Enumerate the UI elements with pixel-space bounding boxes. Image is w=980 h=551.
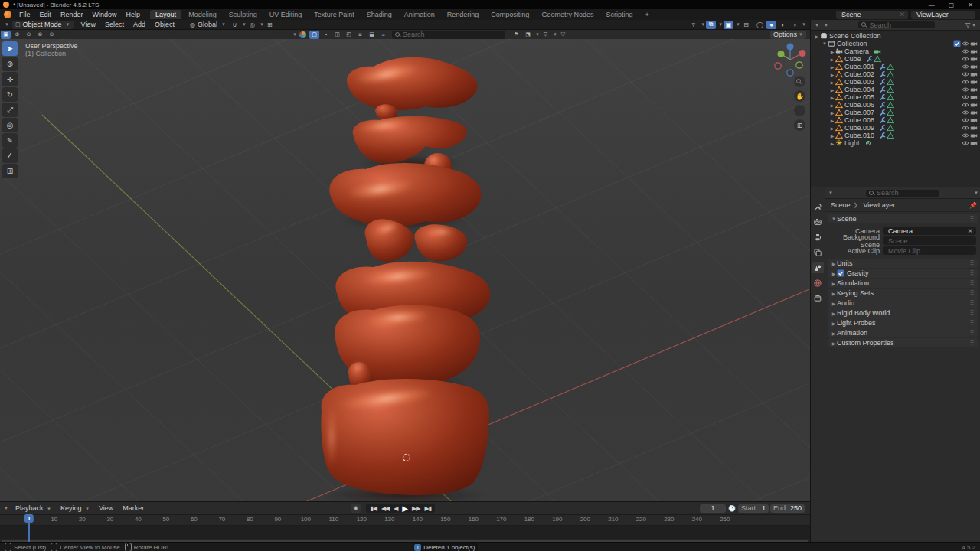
camera-vis-icon[interactable]: [970, 86, 978, 93]
view-extra-icon[interactable]: ⊞: [265, 21, 275, 29]
eye-icon[interactable]: [962, 93, 969, 101]
workspace-tab-modeling[interactable]: Modeling: [183, 10, 222, 19]
section-simulation[interactable]: ▶Simulation⠿: [828, 279, 978, 288]
menu-edit[interactable]: Edit: [35, 11, 57, 18]
timeline-menu-playback[interactable]: Playback ▼: [11, 504, 56, 512]
camera-vis-icon[interactable]: [970, 116, 978, 124]
maximize-button[interactable]: ▢: [942, 2, 962, 8]
overlays-toggle-icon[interactable]: ▣: [724, 21, 733, 29]
expander-icon[interactable]: ▶: [829, 72, 835, 77]
view-layer-selector[interactable]: ViewLayer: [911, 11, 975, 19]
close-button[interactable]: ✕: [961, 2, 980, 8]
transform-orientation-dropdown[interactable]: ◍ Global ▼: [187, 21, 229, 29]
outliner-row[interactable]: ▶Cube.003: [811, 78, 980, 86]
outliner-row[interactable]: ▶Cube.005: [811, 93, 980, 101]
outliner-row[interactable]: ▶Light: [811, 139, 980, 147]
pin-icon[interactable]: 📌: [969, 202, 977, 209]
expander-icon[interactable]: ▼: [822, 41, 828, 46]
eye-icon[interactable]: [962, 55, 969, 63]
xray-toggle-icon[interactable]: ⊟: [741, 21, 751, 29]
viewport-menu-view[interactable]: View: [77, 21, 100, 28]
filter-funnel-icon[interactable]: ▽: [541, 31, 550, 39]
tool-scale[interactable]: ⤢: [2, 103, 18, 117]
annotation-icon[interactable]: ⚑: [511, 31, 521, 39]
section-audio[interactable]: ▶Audio⠿: [828, 298, 978, 308]
tool-settings-icon-6[interactable]: ⬓: [367, 31, 377, 39]
tool-settings-icon-7[interactable]: ≡: [378, 31, 388, 39]
properties-search-input[interactable]: Search: [866, 190, 939, 197]
expander-icon[interactable]: ▶: [814, 34, 820, 39]
gravity-checkbox[interactable]: [837, 269, 844, 277]
camera-view-icon[interactable]: [794, 105, 805, 116]
menu-help[interactable]: Help: [122, 11, 145, 18]
current-frame-field[interactable]: 1: [700, 504, 726, 513]
expander-icon[interactable]: ▶: [829, 133, 835, 139]
next-keyframe-button[interactable]: ▶▶: [410, 505, 422, 512]
eye-icon[interactable]: [962, 40, 969, 47]
expander-icon[interactable]: ▶: [829, 57, 835, 62]
outliner-row[interactable]: ▶Cube.008: [811, 116, 980, 124]
tool-settings-icon-5[interactable]: ⧈: [355, 31, 365, 39]
workspace-tab-animation[interactable]: Animation: [399, 10, 440, 19]
clock-icon[interactable]: 🕐: [728, 505, 736, 512]
rock-stack[interactable]: [320, 57, 490, 501]
jump-to-end-button[interactable]: ▶▮: [422, 505, 433, 512]
tool-annotate[interactable]: ✎: [2, 133, 18, 148]
workspace-tab-geometry-nodes[interactable]: Geometry Nodes: [536, 10, 599, 19]
workspace-tab-layout[interactable]: Layout: [150, 10, 181, 19]
outliner-row[interactable]: ▶Cube.010: [811, 132, 980, 139]
eye-icon[interactable]: [962, 101, 969, 109]
snap-toggle-icon[interactable]: ∪: [230, 21, 240, 29]
camera-vis-icon[interactable]: [970, 55, 978, 63]
scene-selector[interactable]: Scene ✕: [836, 11, 908, 19]
timeline-menu-view[interactable]: View: [94, 504, 118, 512]
tool-settings-icon-1[interactable]: ▢: [309, 31, 319, 39]
proportional-editing-icon[interactable]: ◎: [247, 21, 257, 29]
section-gravity[interactable]: ▶Gravity⠿: [828, 269, 978, 278]
properties-tab-collection[interactable]: [812, 293, 824, 304]
section-rigid-body-world[interactable]: ▶Rigid Body World⠿: [828, 308, 978, 318]
viewport-search-input[interactable]: Search: [392, 31, 505, 39]
timeline-track-area[interactable]: [0, 526, 810, 539]
viewport-menu-select[interactable]: Select: [100, 21, 129, 28]
tool-measure[interactable]: ∠: [2, 148, 18, 163]
eye-icon[interactable]: [962, 139, 969, 147]
workspace-tab-scripting[interactable]: Scripting: [600, 10, 638, 19]
select-mode-subtract-icon[interactable]: ⊖: [24, 31, 34, 39]
outliner-search-input[interactable]: Search: [858, 21, 935, 28]
zoom-icon[interactable]: [794, 76, 805, 87]
add-workspace-button[interactable]: +: [639, 10, 654, 19]
camera-vis-icon[interactable]: [970, 40, 978, 47]
shading-rendered-icon[interactable]: ◑: [789, 21, 799, 29]
select-mode-intersect-icon[interactable]: ⊙: [47, 31, 57, 39]
expander-icon[interactable]: ▶: [829, 95, 835, 100]
workspace-tab-rendering[interactable]: Rendering: [442, 10, 485, 19]
active-clip-field[interactable]: Movie Clip: [883, 246, 976, 255]
shading-wireframe-icon[interactable]: ◯: [755, 21, 765, 29]
timeline-menu-keying[interactable]: Keying ▼: [56, 504, 94, 512]
object-visibility-filter-icon[interactable]: ▿: [688, 21, 698, 29]
workspace-tab-shading[interactable]: Shading: [361, 10, 397, 19]
frame-start-field[interactable]: Start 1: [738, 504, 769, 513]
expander-icon[interactable]: ▶: [829, 141, 835, 146]
camera-vis-icon[interactable]: [970, 78, 978, 86]
frame-end-field[interactable]: End 250: [770, 504, 805, 513]
select-mode-extend-icon[interactable]: ⊕: [12, 31, 22, 39]
expander-icon[interactable]: ▶: [829, 103, 835, 108]
workspace-tab-texture-paint[interactable]: Texture Paint: [309, 10, 360, 19]
camera-datablock-field[interactable]: Camera ✕: [883, 227, 976, 235]
background-scene-field[interactable]: Scene: [883, 236, 976, 245]
properties-tab-tool[interactable]: [812, 201, 824, 212]
scene-panel-header[interactable]: ▼ Scene ⠿: [828, 214, 978, 223]
camera-vis-icon[interactable]: [970, 132, 978, 139]
outliner-row[interactable]: ▶Cube.007: [811, 109, 980, 116]
camera-vis-icon[interactable]: [970, 70, 978, 78]
eye-icon[interactable]: [962, 86, 969, 93]
outliner-row[interactable]: ▶Cube.006: [811, 101, 980, 109]
camera-vis-icon[interactable]: [970, 63, 978, 70]
breadcrumb-scene[interactable]: Scene: [831, 201, 851, 209]
properties-tab-scene[interactable]: [812, 262, 824, 273]
camera-vis-icon[interactable]: [970, 93, 978, 101]
camera-vis-icon[interactable]: [970, 47, 978, 55]
eye-icon[interactable]: [962, 70, 969, 78]
